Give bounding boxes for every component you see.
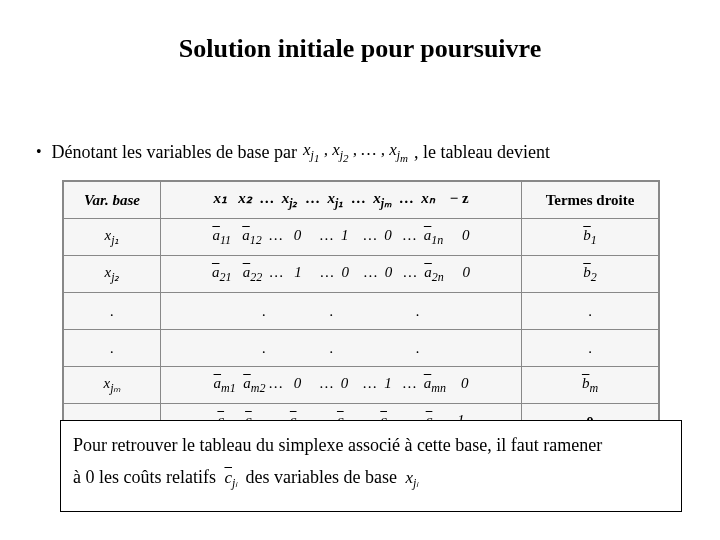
note-line1: Pour retrouver le tableau du simplexe as… (73, 429, 669, 461)
table-row: . . . . . (64, 330, 659, 367)
bullet-marker: • (36, 143, 42, 161)
table-header-row: Var. base x₁ x₂ … xj₂ … xj₁ … xjₘ … xₙ −… (64, 182, 659, 219)
table-row: xj₂ a21 a22 … 1 … 0 … 0 … a2n 0 b2 (64, 256, 659, 293)
bullet-lead: Dénotant les variables de base par (52, 142, 297, 163)
bullet-line: • Dénotant les variables de base par xj1… (36, 140, 690, 165)
col-var-base: Var. base (64, 182, 161, 219)
table-row: xjₘ am1 am2 … 0 … 0 … 1 … amn 0 bm (64, 367, 659, 404)
simplex-tableau: Var. base x₁ x₂ … xj₂ … xj₁ … xjₘ … xₙ −… (62, 180, 660, 442)
bullet-tail: , le tableau devient (414, 142, 550, 163)
table-row: . . . . . (64, 293, 659, 330)
col-rhs: Termes droite (522, 182, 659, 219)
table-row: xj₁ a11 a12 … 0 … 1 … 0 … a1n 0 b1 (64, 219, 659, 256)
note-line2: à 0 les coûts relatifs cjᵢ des variables… (73, 461, 669, 499)
var-sequence: xj1 , xj2 , … , xjm (303, 140, 408, 165)
col-variables: x₁ x₂ … xj₂ … xj₁ … xjₘ … xₙ − z (161, 182, 522, 219)
page-title: Solution initiale pour poursuivre (0, 0, 720, 64)
note-box: Pour retrouver le tableau du simplexe as… (60, 420, 682, 512)
